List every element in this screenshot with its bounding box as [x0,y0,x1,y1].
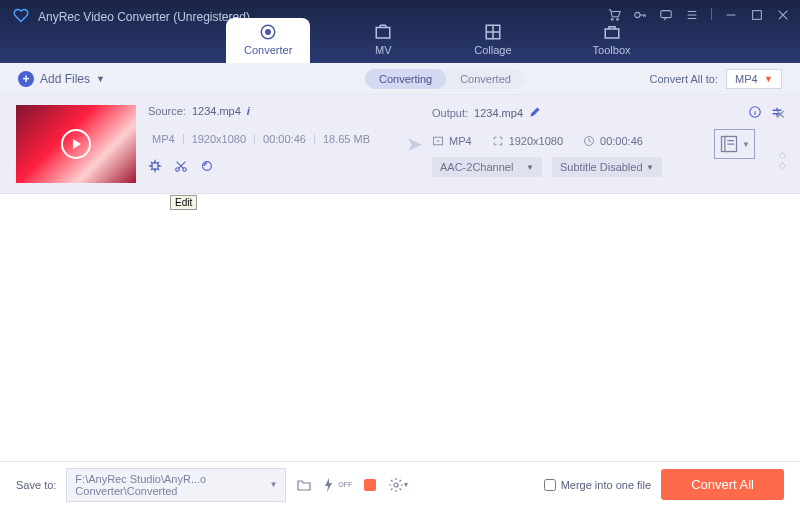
svg-point-19 [394,483,398,487]
tab-label: Collage [474,44,511,56]
title-left: AnyRec Video Converter (Unregistered) [12,0,250,26]
source-title-row: Source: 1234.mp4 i [148,105,406,117]
chevron-down-icon: ▼ [96,74,105,84]
maximize-icon[interactable] [750,8,764,22]
tab-toolbox[interactable]: Toolbox [575,18,649,63]
settings-button[interactable]: ▾ [388,477,408,493]
edit-tooltip: Edit [170,195,197,210]
convert-all-to-label: Convert All to: [650,73,718,85]
merge-checkbox-input[interactable] [544,479,556,491]
remove-item-icon[interactable]: ✕ [775,107,786,122]
info-icon[interactable]: i [247,105,250,117]
drag-handle[interactable]: ◇◇ [779,150,786,170]
open-folder-button[interactable] [296,477,312,493]
arrow-icon: ➤ [406,132,432,156]
plus-icon: + [18,71,34,87]
output-file: 1234.mp4 [474,107,523,119]
source-meta: MP4 1920x1080 00:00:46 18.65 MB [148,133,406,145]
tab-label: Converter [244,44,292,56]
play-icon [61,129,91,159]
feedback-icon[interactable] [659,8,673,22]
size-value: 18.65 MB [319,133,374,145]
close-icon[interactable] [776,8,790,22]
out-duration: 00:00:46 [600,135,643,147]
merge-checkbox[interactable]: Merge into one file [544,479,652,491]
resolution-value: 1920x1080 [188,133,250,145]
svg-point-6 [266,30,271,35]
merge-label: Merge into one file [561,479,652,491]
svg-rect-3 [661,11,672,18]
svg-rect-7 [377,28,391,39]
item-actions [148,159,406,175]
output-label: Output: [432,107,468,119]
minimize-icon[interactable] [724,8,738,22]
footer-icons: OFF ▾ [296,477,408,493]
tab-converting[interactable]: Converting [365,69,446,89]
gpu-toggle-button[interactable]: OFF [322,477,352,493]
tab-label: MV [375,44,392,56]
chevron-down-icon: ▼ [742,140,750,149]
main-tabs: Converter MV Collage Toolbox [226,18,649,63]
save-to-label: Save to: [16,479,56,491]
tab-collage[interactable]: Collage [456,18,529,63]
tab-converted[interactable]: Converted [446,69,525,89]
out-format: MP4 [449,135,472,147]
trim-button[interactable] [174,159,188,175]
chevron-down-icon: ▼ [526,163,534,172]
svg-rect-18 [364,479,376,491]
app-title: AnyRec Video Converter (Unregistered) [38,10,250,24]
svg-rect-4 [753,11,762,20]
output-title-row: Output: 1234.mp4 [432,105,784,121]
svg-point-2 [635,12,640,17]
titlebar: AnyRec Video Converter (Unregistered) Co… [0,0,800,63]
output-selects: AAC-2Channel▼ Subtitle Disabled▼ [432,157,784,177]
info-circle-icon[interactable] [748,105,762,121]
duration-value: 00:00:46 [259,133,310,145]
file-item: Source: 1234.mp4 i MP4 1920x1080 00:00:4… [0,95,800,194]
source-file: 1234.mp4 [192,105,241,117]
format-value: MP4 [148,133,179,145]
format-select[interactable]: MP4▼ [726,69,782,89]
footer: Save to: F:\AnyRec Studio\AnyR...o Conve… [0,461,800,507]
enhance-button[interactable] [200,159,214,175]
tab-converter[interactable]: Converter [226,18,310,63]
subtitle-select[interactable]: Subtitle Disabled▼ [552,157,662,177]
menu-icon[interactable] [685,8,699,22]
tab-label: Toolbox [593,44,631,56]
chevron-down-icon: ▼ [764,74,773,84]
app-logo [12,8,30,26]
output-format-button[interactable]: ▼ [714,129,755,159]
high-speed-button[interactable] [362,477,378,493]
status-tabs: Converting Converted [365,69,525,89]
chevron-down-icon: ▼ [646,163,654,172]
toolbar: + Add Files ▼ Converting Converted Conve… [0,63,800,95]
save-path-select[interactable]: F:\AnyRec Studio\AnyR...o Converter\Conv… [66,468,286,502]
out-resolution: 1920x1080 [509,135,563,147]
add-files-button[interactable]: + Add Files ▼ [18,71,105,87]
convert-all-to: Convert All to: MP4▼ [650,69,782,89]
source-column: Source: 1234.mp4 i MP4 1920x1080 00:00:4… [136,105,406,183]
tab-mv[interactable]: MV [355,18,411,63]
convert-all-button[interactable]: Convert All [661,469,784,500]
edit-name-icon[interactable] [529,106,541,120]
audio-select[interactable]: AAC-2Channel▼ [432,157,542,177]
source-label: Source: [148,105,186,117]
chevron-down-icon: ▼ [269,480,277,489]
edit-button[interactable] [148,159,162,175]
add-files-label: Add Files [40,72,90,86]
svg-rect-9 [605,29,619,38]
video-thumbnail[interactable] [16,105,136,183]
